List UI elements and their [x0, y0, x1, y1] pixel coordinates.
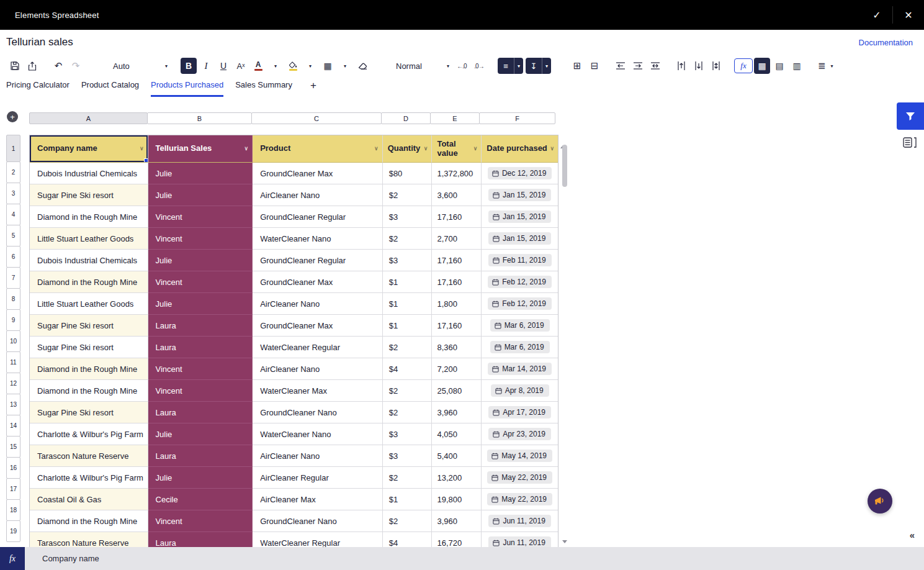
header-filter-chevron-icon[interactable]: ∨ — [374, 145, 379, 152]
header-cell-B[interactable]: Tellurian Sales∨ — [148, 135, 253, 163]
cell-product[interactable]: AirCleaner Nano — [253, 293, 383, 315]
tab-sales-summary[interactable]: Sales Summary — [235, 80, 292, 97]
table-view-button[interactable]: ▦ — [754, 58, 770, 74]
header-cell-D[interactable]: Quantity∨ — [383, 135, 433, 163]
clear-format-button[interactable] — [354, 58, 370, 74]
cell-quantity[interactable]: $2 — [383, 380, 433, 402]
cell-company-name[interactable]: Little Stuart Leather Goods — [30, 228, 148, 250]
cell-company-name[interactable]: Little Stuart Leather Goods — [30, 293, 148, 315]
cell-total-value[interactable]: 8,360 — [432, 337, 482, 358]
announcements-button[interactable] — [868, 489, 892, 513]
date-chip[interactable]: Mar 6, 2019 — [490, 319, 550, 332]
filter-button[interactable] — [897, 102, 924, 130]
table-banding-button[interactable]: ▥ — [789, 58, 805, 74]
cell-company-name[interactable]: Diamond in the Rough Mine — [30, 206, 148, 228]
row-height-up-button[interactable] — [673, 58, 689, 74]
column-letter-A[interactable]: A — [29, 112, 148, 124]
header-cell-E[interactable]: Total value∨ — [432, 135, 482, 163]
cell-date-purchased[interactable]: Mar 6, 2019 — [482, 315, 558, 337]
row-number-12[interactable]: 12 — [6, 373, 20, 394]
cell-company-name[interactable]: Sugar Pine Ski resort — [30, 184, 148, 206]
header-filter-chevron-icon[interactable]: ∨ — [473, 145, 478, 152]
row-number-9[interactable]: 9 — [6, 309, 20, 331]
table-header-button[interactable]: ▤ — [771, 58, 787, 74]
header-cell-C[interactable]: Product∨ — [253, 135, 382, 163]
row-number-16[interactable]: 16 — [6, 457, 20, 479]
cell-total-value[interactable]: 5,400 — [432, 445, 482, 467]
superscript-button[interactable]: Aˣ — [233, 58, 249, 74]
cell-date-purchased[interactable]: May 22, 2019 — [482, 489, 558, 510]
confirm-check-icon[interactable]: ✓ — [861, 0, 892, 30]
cell-date-purchased[interactable]: Jan 15, 2019 — [482, 206, 558, 228]
cell-total-value[interactable]: 4,050 — [432, 423, 482, 445]
cell-total-value[interactable]: 17,160 — [432, 271, 482, 293]
text-rotate-button[interactable] — [708, 58, 724, 74]
cell-quantity[interactable]: $3 — [383, 206, 433, 228]
cell-date-purchased[interactable]: Mar 6, 2019 — [482, 337, 558, 358]
scroll-down-icon[interactable] — [562, 540, 567, 543]
cell-total-value[interactable]: 17,160 — [432, 206, 482, 228]
line-spacing-select[interactable]: ≣ ▾ — [814, 58, 837, 74]
date-chip[interactable]: May 22, 2019 — [487, 493, 552, 505]
cell-company-name[interactable]: Sugar Pine Ski resort — [30, 315, 148, 337]
row-number-18[interactable]: 18 — [6, 499, 20, 521]
cell-tellurian-sales[interactable]: Cecile — [148, 489, 253, 510]
cell-total-value[interactable]: 16,720 — [432, 532, 482, 547]
row-number-3[interactable]: 3 — [6, 183, 20, 204]
cell-product[interactable]: AirCleaner Nano — [253, 358, 383, 380]
cell-style-select[interactable]: Normal ▾ — [392, 58, 453, 74]
cell-product[interactable]: WaterCleaner Regular — [253, 532, 383, 547]
add-column-button[interactable]: + — [7, 111, 18, 122]
header-filter-chevron-icon[interactable]: ∨ — [244, 145, 249, 152]
cell-quantity[interactable]: $2 — [383, 510, 433, 532]
borders-button[interactable]: ▦ — [320, 58, 336, 74]
text-color-button[interactable]: A — [250, 58, 266, 74]
cell-total-value[interactable]: 7,200 — [432, 358, 482, 380]
cell-quantity[interactable]: $2 — [383, 402, 433, 423]
row-number-6[interactable]: 6 — [6, 246, 20, 268]
cell-company-name[interactable]: Charlotte & Wilbur's Pig Farm — [30, 467, 148, 489]
date-chip[interactable]: May 14, 2019 — [487, 450, 552, 462]
row-number-19[interactable]: 19 — [6, 520, 20, 542]
date-chip[interactable]: Mar 14, 2019 — [488, 363, 552, 375]
cell-product[interactable]: AirCleaner Nano — [253, 445, 383, 467]
vertical-align-button[interactable]: ↧ ▾ — [526, 58, 551, 74]
date-chip[interactable]: Apr 17, 2019 — [488, 406, 551, 418]
cell-tellurian-sales[interactable]: Vincent — [148, 271, 253, 293]
cell-quantity[interactable]: $2 — [383, 228, 433, 250]
date-chip[interactable]: Jan 15, 2019 — [488, 189, 551, 201]
cell-date-purchased[interactable]: Jan 15, 2019 — [482, 184, 558, 206]
cell-company-name[interactable]: Diamond in the Rough Mine — [30, 380, 148, 402]
vertical-scrollbar[interactable] — [560, 135, 569, 547]
row-number-15[interactable]: 15 — [6, 436, 20, 458]
cell-total-value[interactable]: 1,800 — [432, 293, 482, 315]
cell-date-purchased[interactable]: Feb 12, 2019 — [482, 271, 558, 293]
date-chip[interactable]: Apr 8, 2019 — [491, 384, 549, 397]
cell-date-purchased[interactable]: Apr 17, 2019 — [482, 402, 558, 423]
outdent-button[interactable] — [612, 58, 629, 74]
cell-quantity[interactable]: $3 — [383, 445, 433, 467]
cell-date-purchased[interactable]: Jun 11, 2019 — [482, 510, 558, 532]
date-chip[interactable]: Dec 12, 2019 — [488, 167, 552, 179]
cell-company-name[interactable]: Dubois Industrial Chemicals — [30, 163, 148, 184]
bold-button[interactable]: B — [181, 58, 197, 74]
cell-product[interactable]: AirCleaner Regular — [253, 467, 383, 489]
cell-company-name[interactable]: Charlotte & Wilbur's Pig Farm — [30, 423, 148, 445]
cell-quantity[interactable]: $2 — [383, 467, 433, 489]
cell-tellurian-sales[interactable]: Vincent — [148, 358, 253, 380]
italic-button[interactable]: I — [198, 58, 214, 74]
cell-company-name[interactable]: Dubois Industrial Chemicals — [30, 250, 148, 271]
cell-quantity[interactable]: $1 — [383, 489, 433, 510]
horizontal-align-button[interactable]: ≡ ▾ — [498, 58, 523, 74]
cell-company-name[interactable]: Diamond in the Rough Mine — [30, 358, 148, 380]
redo-button[interactable]: ↷ — [68, 58, 84, 74]
increase-decimal-button[interactable]: .0→ — [471, 58, 487, 74]
cell-quantity[interactable]: $2 — [383, 184, 433, 206]
cell-company-name[interactable]: Diamond in the Rough Mine — [30, 271, 148, 293]
indent-button[interactable] — [630, 58, 646, 74]
header-filter-chevron-icon[interactable]: ∨ — [140, 145, 144, 152]
header-cell-F[interactable]: Date purchased∨ — [482, 135, 558, 163]
cell-total-value[interactable]: 3,960 — [432, 510, 482, 532]
date-chip[interactable]: Jan 15, 2019 — [488, 232, 551, 245]
row-number-2[interactable]: 2 — [6, 161, 20, 183]
